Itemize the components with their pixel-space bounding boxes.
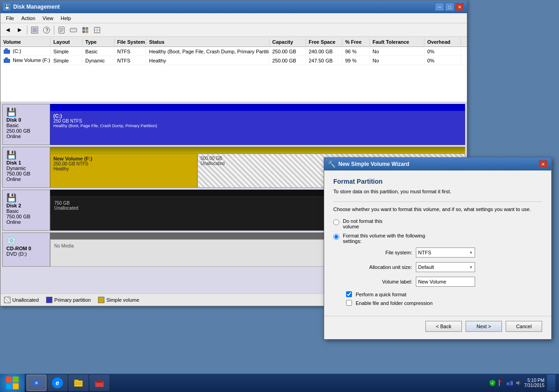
disk-0-name: Disk 0 bbox=[6, 117, 46, 123]
maximize-button[interactable]: □ bbox=[445, 3, 454, 11]
quick-format-checkbox[interactable] bbox=[346, 291, 352, 297]
radio-no-format-option: Do not format thisvolume bbox=[333, 218, 542, 229]
dialog-close-button[interactable]: ✕ bbox=[538, 160, 548, 168]
td-pctfree-2: 99 % bbox=[342, 57, 370, 64]
start-button[interactable] bbox=[0, 374, 25, 392]
compression-label: Enable file and folder compression bbox=[356, 300, 433, 306]
dialog-back-button[interactable]: < Back bbox=[425, 321, 462, 332]
legend-label-primary: Primary partition bbox=[54, 297, 91, 303]
th-volume: Volume bbox=[0, 38, 51, 46]
disk-1-part-f-status: Healthy bbox=[53, 166, 194, 171]
menu-help[interactable]: Help bbox=[57, 15, 75, 22]
taskbar-item-disk-mgmt[interactable] bbox=[26, 375, 47, 391]
td-capacity-2: 250.00 GB bbox=[269, 57, 306, 64]
alloc-dropdown[interactable]: Default ▼ bbox=[416, 262, 475, 272]
td-status-2: Healthy bbox=[146, 57, 269, 64]
menu-view[interactable]: View bbox=[39, 15, 57, 22]
toolbar-btn-8[interactable] bbox=[92, 25, 103, 36]
svg-rect-29 bbox=[98, 380, 101, 382]
format-settings: File system: NTFS ▼ Allocation unit size… bbox=[346, 248, 542, 287]
dialog-title-text: New Simple Volume Wizard bbox=[338, 161, 536, 167]
taskbar-clock[interactable]: 5:10 PM 7/31/2015 bbox=[524, 378, 545, 388]
disk-2-name: Disk 2 bbox=[6, 203, 46, 208]
td-pctfree-1: 96 % bbox=[342, 48, 370, 55]
forward-button[interactable]: ▶ bbox=[14, 25, 25, 36]
svg-rect-12 bbox=[83, 31, 85, 33]
toolbar-btn-3[interactable] bbox=[29, 25, 40, 36]
td-layout-2: Simple bbox=[51, 57, 83, 64]
quick-format-row: Perform a quick format bbox=[346, 291, 542, 297]
dialog-next-button[interactable]: Next > bbox=[466, 321, 502, 332]
td-overhead-1: 0% bbox=[424, 48, 461, 55]
td-fs-1: NTFS bbox=[114, 48, 146, 55]
show-desktop-button[interactable] bbox=[547, 375, 555, 391]
logo-yellow bbox=[13, 383, 19, 389]
vol-label-input[interactable] bbox=[416, 277, 475, 287]
disk-1-part-f[interactable]: New Volume (F:) 250.00 GB NTFS Healthy bbox=[50, 154, 197, 188]
dialog-section-desc: To store data on this partition, you mus… bbox=[333, 189, 542, 194]
legend-label-simple: Simple volume bbox=[106, 297, 139, 303]
td-freespace-1: 240.00 GB bbox=[306, 48, 342, 55]
disk-2-label: 💾 Disk 2 Basic 750.00 GB Online bbox=[2, 190, 50, 231]
radio-no-format[interactable] bbox=[333, 219, 339, 225]
disk-0-part-c-status: Healthy (Boot, Page File, Crash Dump, Pr… bbox=[53, 124, 462, 128]
form-row-vol-label: Volume label: bbox=[346, 277, 542, 287]
table-row[interactable]: New Volume (F:) Simple Dynamic NTFS Heal… bbox=[0, 56, 467, 65]
compression-checkbox[interactable] bbox=[346, 300, 352, 306]
td-freespace-2: 247.50 GB bbox=[306, 57, 342, 64]
taskbar-item-explorer[interactable] bbox=[68, 375, 88, 391]
toolbar-btn-6[interactable] bbox=[68, 25, 79, 36]
table-row[interactable]: (C:) Simple Basic NTFS Healthy (Boot, Pa… bbox=[0, 47, 467, 56]
radio-no-format-label: Do not format thisvolume bbox=[343, 218, 383, 229]
cdrom-0-label: 💿 CD-ROM 0 DVD (D:) bbox=[2, 232, 50, 267]
disk-1-part-f-name: New Volume (F:) bbox=[53, 156, 194, 161]
toolbar: ◀ ▶ ? bbox=[0, 23, 467, 37]
svg-rect-10 bbox=[83, 27, 85, 30]
dialog-body: Format Partition To store data on this p… bbox=[324, 170, 551, 316]
back-button[interactable]: ◀ bbox=[2, 25, 13, 36]
th-fs: File System bbox=[114, 38, 146, 46]
close-button[interactable]: ✕ bbox=[455, 3, 464, 11]
taskbar-item-ie[interactable]: e bbox=[47, 375, 67, 391]
disk-0-part-c-name: (C:) bbox=[53, 113, 462, 119]
radio-do-format[interactable] bbox=[333, 234, 339, 240]
taskbar-item-toolbox[interactable] bbox=[89, 375, 109, 391]
disk-1-header-strip bbox=[50, 147, 465, 154]
svg-rect-24 bbox=[74, 380, 78, 382]
td-type-2: Dynamic bbox=[83, 57, 114, 64]
disk-2-icon: 💾 bbox=[6, 193, 46, 203]
svg-rect-26 bbox=[75, 384, 82, 385]
cdrom-0-icon: 💿 bbox=[6, 236, 46, 246]
toolbar-btn-7[interactable] bbox=[80, 25, 91, 36]
disk-0-part-c[interactable]: (C:) 250 GB NTFS Healthy (Boot, Page Fil… bbox=[50, 111, 465, 145]
fs-dropdown-arrow: ▼ bbox=[469, 251, 473, 255]
flag-icon bbox=[498, 379, 504, 387]
svg-rect-13 bbox=[86, 31, 88, 33]
svg-text:?: ? bbox=[46, 28, 48, 33]
logo-blue bbox=[6, 383, 12, 389]
disk-0-label: 💾 Disk 0 Basic 250.00 GB Online bbox=[2, 104, 50, 145]
disk-0-size: 250.00 GB bbox=[6, 128, 46, 134]
disk-1-label: 💾 Disk 1 Dynamic 750.00 GB Online bbox=[2, 147, 50, 188]
alloc-value: Default bbox=[418, 264, 434, 270]
menu-action[interactable]: Action bbox=[18, 15, 39, 22]
svg-rect-31 bbox=[499, 380, 500, 386]
dialog-cancel-button[interactable]: Cancel bbox=[506, 321, 542, 332]
menu-bar: File Action View Help bbox=[0, 13, 467, 23]
fs-dropdown[interactable]: NTFS ▼ bbox=[416, 248, 475, 258]
disk-1-status: Online bbox=[6, 176, 46, 182]
legend-label-unallocated: Unallocated bbox=[12, 297, 39, 303]
toolbar-sep-2 bbox=[54, 26, 54, 35]
disk-0-header-strip bbox=[50, 104, 465, 111]
svg-rect-20 bbox=[5, 57, 8, 59]
td-type-1: Basic bbox=[83, 48, 114, 55]
fs-value: NTFS bbox=[418, 250, 431, 255]
menu-file[interactable]: File bbox=[2, 15, 18, 22]
minimize-button[interactable]: ─ bbox=[435, 3, 444, 11]
td-fs-2: NTFS bbox=[114, 57, 146, 64]
logo-green bbox=[13, 377, 19, 382]
toolbar-btn-5[interactable] bbox=[56, 25, 67, 36]
windows-logo bbox=[6, 377, 19, 389]
disk-mgmt-icon bbox=[31, 378, 41, 388]
toolbar-btn-4[interactable]: ? bbox=[41, 25, 52, 36]
